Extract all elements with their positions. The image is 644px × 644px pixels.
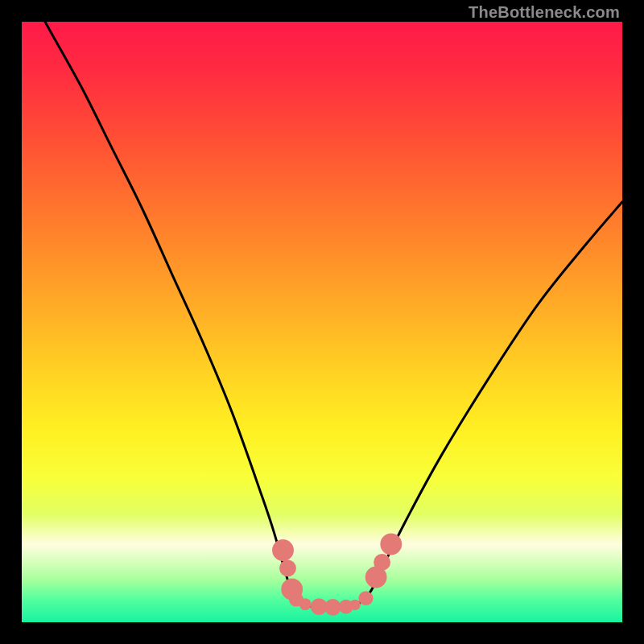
- marker-point: [359, 591, 374, 605]
- marker-point: [272, 539, 294, 561]
- plot-area: [22, 22, 622, 622]
- marker-point: [349, 600, 360, 610]
- chart-svg: [22, 22, 622, 622]
- marker-point: [279, 559, 296, 576]
- marker-point: [380, 534, 402, 555]
- marker-point: [374, 554, 390, 571]
- watermark-text: TheBottleneck.com: [469, 3, 620, 22]
- curve-left-curve: [22, 22, 304, 605]
- marker-point: [299, 598, 312, 610]
- chart-frame: TheBottleneck.com: [0, 0, 644, 644]
- marker-point: [324, 599, 341, 616]
